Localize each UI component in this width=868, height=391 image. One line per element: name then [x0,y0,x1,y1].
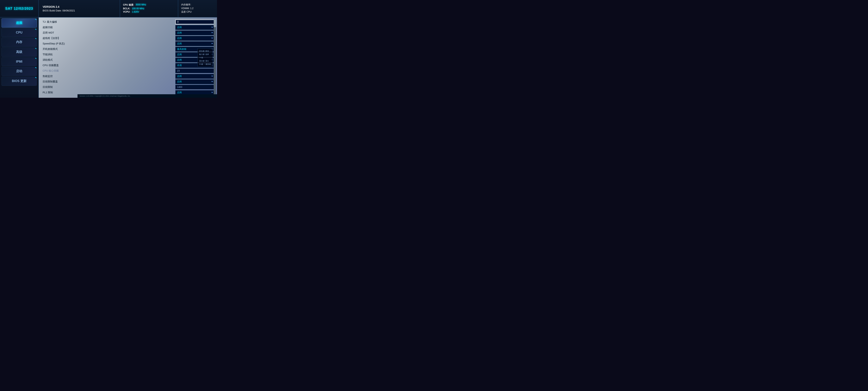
sidebar-item-overclock[interactable]: 超频 [2,19,37,28]
setting-row-speedstep: SpeedStep (P 状态)启用 [42,41,214,46]
setting-row-energy-turbo: 节能涡轮启用 [42,52,214,57]
sidebar-item-label: 内存 [16,40,22,44]
sidebar-item-label: 超频 [16,21,22,24]
chevron-down-icon [211,81,213,82]
corner-mark-icon [35,67,36,68]
setting-row-current-limit: 目前限制1400 [42,85,214,90]
scrollbar-track[interactable] [214,19,216,96]
chevron-down-icon [211,38,213,39]
vdimm-row: VDIMM: 1.2 [181,7,214,10]
dropdown-thermal-monitor[interactable]: 启用 [175,74,214,79]
setting-value-cpu-core-ratio[interactable]: 23 [175,68,214,73]
hint-row: F1键: 一般协助 [199,63,211,65]
sidebar-item-label: IPMI [16,60,23,63]
setting-label-current-limit-override: 目前限制覆盖 [42,79,175,84]
corner-mark-icon [35,77,36,78]
setting-row-enable-wdt: 启用 WDT启用 [42,30,214,35]
setting-row-hyperthreading: 超线程【全部】启用 [42,36,214,41]
hint-row: +/-值 [199,56,211,59]
setting-label-turbo-mode: 涡轮模式 [42,58,175,62]
sidebar-item-bios-update[interactable]: BIOS 更新 [2,77,37,86]
hint-row: 退出键: 退出 [199,60,211,62]
bios-build-date: BIOS Build Date: 08/06/2021 [42,9,116,12]
cpu-speed-row: CPU 速度: 3000 MHz [123,3,175,7]
number-input-current-limit[interactable]: 1400 [175,85,214,89]
hint-row: 输入键: 选择 [199,53,211,56]
setting-value-hyperthreading: 启用 [175,36,214,41]
setting-row-oc-function: 超频功能启用 [42,25,214,30]
setting-label-speedstep: SpeedStep (P 状态) [42,41,175,46]
setting-value-enable-wdt: 启用 [175,30,214,35]
settings-table: TJ- 最大偏移0超频功能启用启用 WDT启用超线程【全部】启用SpeedSte… [42,19,214,95]
dropdown-oc-function[interactable]: 启用 [175,25,214,30]
hint-row: 箭头键: 移动 [199,50,211,52]
corner-mark-icon [35,19,36,20]
setting-value-speedstep: 启用 [175,41,214,46]
footer: Version 2.20.0050. Copyright (C) 2021 Am… [78,94,217,98]
content-area: TJ- 最大偏移0超频功能启用启用 WDT启用超线程【全部】启用SpeedSte… [39,18,217,98]
setting-label-current-limit: 目前限制 [42,85,175,89]
sidebar-item-label: 高级 [16,50,22,54]
corner-mark-icon [35,58,36,59]
setting-row-thermal-monitor: 热能监控启用 [42,74,214,79]
setting-value-thermal-monitor: 启用 [175,74,214,79]
sidebar-item-advanced[interactable]: 高级 [2,48,37,57]
hints-panel: 箭头键: 移动输入键: 选择+/-值退出键: 退出F1键: 一般协助 [197,49,213,67]
setting-row-cpu-core-ratio: CPU 核心倍频23 [42,68,214,73]
header-bios-info: VERSION 2.4 BIOS Build Date: 08/06/2021 [39,0,120,17]
sidebar-item-label: BIOS 更新 [12,79,27,83]
dropdown-hyperthreading[interactable]: 启用 [175,36,214,41]
setting-label-cpu-core-ratio: CPU 核心倍频 [42,68,175,73]
chevron-down-icon [211,43,213,44]
setting-label-tj-max-offset: TJ- 最大偏移 [42,20,175,24]
chevron-down-icon [211,27,213,28]
header-cpu-info: CPU 速度: 3000 MHz BCLK: 100.00 MHz VCPU: … [120,0,178,17]
setting-row-boot-perf-mode: 开机效能模式最高效能 [42,47,214,52]
setting-row-current-limit-override: 目前限制覆盖启用 [42,79,214,84]
chevron-down-icon [211,92,213,93]
main-layout: 超频CPU内存高级IPMI启动BIOS 更新 TJ- 最大偏移0超频功能启用启用… [0,18,217,98]
setting-row-tj-max-offset: TJ- 最大偏移0 [42,19,214,24]
setting-label-boot-perf-mode: 开机效能模式 [42,47,175,51]
scrollbar-thumb[interactable] [214,19,216,27]
setting-value-oc-function: 启用 [175,25,214,30]
corner-mark-icon [35,29,36,30]
header: SAT 12/02/2023 VERSION 2.4 BIOS Build Da… [0,0,217,18]
dropdown-speedstep[interactable]: 启用 [175,41,214,46]
corner-mark-icon [35,48,36,49]
setting-label-oc-function: 超频功能 [42,25,175,30]
setting-value-tj-max-offset[interactable]: 0 [175,20,214,24]
dropdown-current-limit-override[interactable]: 启用 [175,79,214,84]
dropdown-enable-wdt[interactable]: 启用 [175,30,214,35]
setting-value-current-limit[interactable]: 1400 [175,85,214,89]
sidebar-item-cpu[interactable]: CPU [2,28,37,37]
setting-row-cpu-ratio-override: CPU 倍频覆盖停用 [42,63,214,68]
bclk-row: BCLK: 100.00 MHz [123,7,175,10]
sidebar-item-label: 启动 [16,69,22,73]
datetime-text: SAT 12/02/2023 [5,7,33,11]
corner-mark-icon [35,38,36,39]
setting-row-turbo-mode: 涡轮模式启用 [42,57,214,62]
sidebar: 超频CPU内存高级IPMI启动BIOS 更新 [0,18,39,98]
sidebar-item-label: CPU [16,31,23,34]
setting-value-current-limit-override: 启用 [175,79,214,84]
setting-label-hyperthreading: 超线程【全部】 [42,36,175,40]
bios-version: VERSION 2.4 [42,5,116,8]
sidebar-item-ipmi[interactable]: IPMI [2,57,37,66]
header-right-info: 内存频率: VDIMM: 1.2 温度 CPU: [178,0,217,17]
vcpu-row: VCPU: 1.826V [123,10,175,13]
setting-label-cpu-ratio-override: CPU 倍频覆盖 [42,63,175,68]
header-datetime: SAT 12/02/2023 [0,0,39,17]
setting-label-enable-wdt: 启用 WDT [42,30,175,35]
setting-label-thermal-monitor: 热能监控 [42,74,175,79]
setting-label-energy-turbo: 节能涡轮 [42,52,175,57]
number-input-cpu-core-ratio[interactable]: 23 [175,68,214,73]
sidebar-item-memory[interactable]: 内存 [2,38,37,47]
temp-cpu-row: 温度 CPU: [181,10,214,13]
memory-freq-row: 内存频率: [181,3,214,6]
text-input-tj-max-offset[interactable]: 0 [175,20,214,24]
sidebar-item-boot[interactable]: 启动 [2,67,37,76]
chevron-down-icon [211,32,213,33]
footer-text: Version 2.20.0050. Copyright (C) 2021 Am… [80,95,130,97]
chevron-down-icon [211,76,213,77]
